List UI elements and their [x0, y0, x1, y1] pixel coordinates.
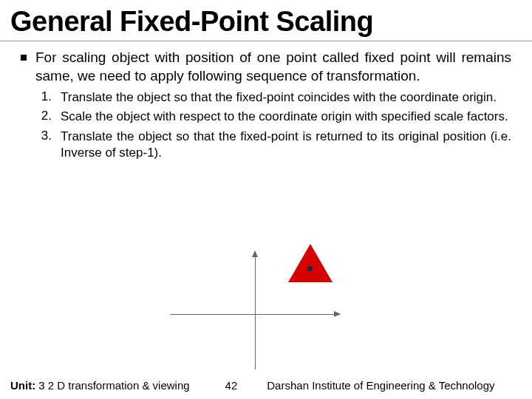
numbered-list: 1. Translate the object so that the fixe…	[40, 89, 511, 160]
slide-title: General Fixed-Point Scaling	[0, 0, 532, 41]
list-number: 3.	[40, 129, 61, 143]
list-item: 1. Translate the object so that the fixe…	[40, 89, 511, 106]
list-number: 1.	[40, 89, 61, 104]
fixed-point-dot-icon	[307, 266, 313, 271]
list-item: 2. Scale the object with respect to the …	[40, 109, 511, 125]
institute-name: Darshan Institute of Engineering & Techn…	[267, 379, 494, 392]
axes-diagram	[170, 251, 362, 377]
bullet-text: For scaling object with position of one …	[35, 49, 511, 85]
list-text: Scale the object with respect to the coo…	[61, 109, 511, 125]
bullet-item: For scaling object with position of one …	[21, 49, 511, 85]
unit-label: Unit: 3 2 D transformation & viewing	[10, 379, 190, 392]
slide-footer: Unit: 3 2 D transformation & viewing 42 …	[0, 375, 532, 399]
list-text: Translate the object so that the fixed-p…	[61, 129, 511, 161]
slide-content: For scaling object with position of one …	[0, 41, 532, 161]
y-axis-icon	[255, 251, 256, 369]
list-text: Translate the object so that the fixed-p…	[61, 89, 511, 106]
list-number: 2.	[40, 109, 61, 123]
list-item: 3. Translate the object so that the fixe…	[40, 129, 511, 161]
bullet-square-icon	[21, 55, 27, 61]
page-number: 42	[225, 379, 238, 392]
triangle-icon	[288, 244, 332, 282]
